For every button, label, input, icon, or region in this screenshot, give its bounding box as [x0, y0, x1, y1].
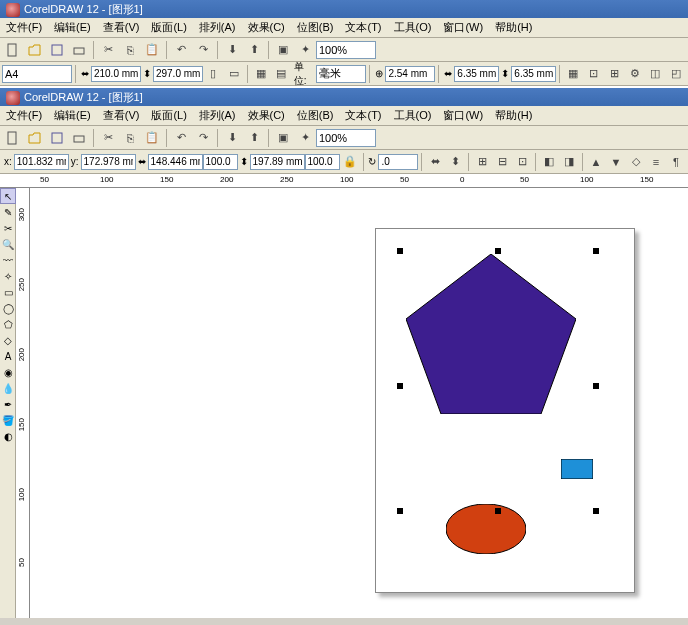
align-icon[interactable]: ≡: [647, 152, 665, 172]
menu-tools[interactable]: 工具(O): [388, 106, 438, 125]
freehand-tool-icon[interactable]: 〰: [0, 252, 16, 268]
dup-y-field[interactable]: [511, 66, 556, 82]
interactive-fill-tool-icon[interactable]: ◐: [0, 428, 16, 444]
text-tool-icon[interactable]: A: [0, 348, 16, 364]
shape-tool-icon[interactable]: ✎: [0, 204, 16, 220]
save-icon[interactable]: [47, 128, 67, 148]
menu-help[interactable]: 帮助(H): [489, 106, 538, 125]
wrap-icon[interactable]: ¶: [667, 152, 685, 172]
menu-window[interactable]: 窗口(W): [437, 106, 489, 125]
basic-shapes-tool-icon[interactable]: ◇: [0, 332, 16, 348]
redo-icon[interactable]: ↷: [193, 128, 213, 148]
menu-edit[interactable]: 编辑(E): [48, 18, 97, 37]
treat-icon[interactable]: ⊡: [585, 64, 603, 84]
cut-icon[interactable]: ✂: [98, 128, 118, 148]
redo-icon[interactable]: ↷: [193, 40, 213, 60]
menu-view[interactable]: 查看(V): [97, 106, 146, 125]
to-front-icon[interactable]: ▲: [587, 152, 605, 172]
paper-combo[interactable]: [2, 65, 72, 83]
dynamic-icon[interactable]: ⊞: [605, 64, 623, 84]
convert-icon[interactable]: ◇: [627, 152, 645, 172]
app-launch-icon[interactable]: ▣: [273, 128, 293, 148]
menu-effects[interactable]: 效果(C): [242, 18, 291, 37]
cut-icon[interactable]: ✂: [98, 40, 118, 60]
zoom-combo-1[interactable]: [316, 41, 376, 59]
ellipse-shape[interactable]: [446, 504, 526, 554]
new-icon[interactable]: [3, 40, 23, 60]
page-layout-icon[interactable]: ▦: [252, 64, 270, 84]
obj-w-field[interactable]: [148, 154, 203, 170]
menu-text[interactable]: 文本(T): [339, 106, 387, 125]
ungroup-icon[interactable]: ⊟: [493, 152, 511, 172]
obj-x-field[interactable]: [14, 154, 69, 170]
import-icon[interactable]: ⬇: [222, 128, 242, 148]
menu-arrange[interactable]: 排列(A): [193, 18, 242, 37]
smart-tool-icon[interactable]: ✧: [0, 268, 16, 284]
handle-ml[interactable]: [397, 383, 403, 389]
eyedropper-tool-icon[interactable]: 💧: [0, 380, 16, 396]
copy-icon[interactable]: ⎘: [120, 128, 140, 148]
obj-h-field[interactable]: [250, 154, 305, 170]
menu-text[interactable]: 文本(T): [339, 18, 387, 37]
page-width-field[interactable]: [91, 66, 141, 82]
handle-mr[interactable]: [593, 383, 599, 389]
options-icon[interactable]: ⚙: [626, 64, 644, 84]
nudge-field[interactable]: [385, 66, 435, 82]
undo-icon[interactable]: ↶: [171, 128, 191, 148]
page-height-field[interactable]: [153, 66, 203, 82]
scale-x-field[interactable]: [203, 154, 238, 170]
export-icon[interactable]: ⬆: [244, 128, 264, 148]
menu-bitmap[interactable]: 位图(B): [291, 106, 340, 125]
fill-tool-icon[interactable]: 🪣: [0, 412, 16, 428]
handle-tl[interactable]: [397, 248, 403, 254]
interactive-tool-icon[interactable]: ◉: [0, 364, 16, 380]
scale-y-field[interactable]: [305, 154, 340, 170]
menu-window[interactable]: 窗口(W): [437, 18, 489, 37]
menu-file[interactable]: 文件(F): [0, 106, 48, 125]
print-icon[interactable]: [69, 128, 89, 148]
open-icon[interactable]: [25, 128, 45, 148]
rotate-field[interactable]: [378, 154, 418, 170]
corel-online-icon[interactable]: ✦: [295, 40, 315, 60]
menu-edit[interactable]: 编辑(E): [48, 106, 97, 125]
handle-bc[interactable]: [495, 508, 501, 514]
menu-tools[interactable]: 工具(O): [388, 18, 438, 37]
app-launch-icon[interactable]: ▣: [273, 40, 293, 60]
obj-y-field[interactable]: [81, 154, 136, 170]
corel-online-icon[interactable]: ✦: [295, 128, 315, 148]
dup-x-field[interactable]: [454, 66, 499, 82]
mirror-h-icon[interactable]: ⬌: [426, 152, 444, 172]
print-icon[interactable]: [69, 40, 89, 60]
snap-icon[interactable]: ▦: [564, 64, 582, 84]
group-icon[interactable]: ⊞: [473, 152, 491, 172]
break-icon[interactable]: ◨: [560, 152, 578, 172]
menu-help[interactable]: 帮助(H): [489, 18, 538, 37]
rectangle-tool-icon[interactable]: ▭: [0, 284, 16, 300]
landscape-icon[interactable]: ▭: [224, 64, 242, 84]
canvas[interactable]: ×: [30, 188, 688, 618]
ellipse-tool-icon[interactable]: ◯: [0, 300, 16, 316]
outline-tool-icon[interactable]: ✒: [0, 396, 16, 412]
crop-tool-icon[interactable]: ✂: [0, 220, 16, 236]
mirror-v-icon[interactable]: ⬍: [446, 152, 464, 172]
undo-icon[interactable]: ↶: [171, 40, 191, 60]
rectangle-shape[interactable]: [561, 459, 593, 479]
extra1-icon[interactable]: ◫: [646, 64, 664, 84]
handle-bl[interactable]: [397, 508, 403, 514]
menu-layout[interactable]: 版面(L): [145, 106, 192, 125]
menu-layout[interactable]: 版面(L): [145, 18, 192, 37]
handle-br[interactable]: [593, 508, 599, 514]
menu-view[interactable]: 查看(V): [97, 18, 146, 37]
open-icon[interactable]: [25, 40, 45, 60]
pick-tool-icon[interactable]: ↖: [0, 188, 16, 204]
paste-icon[interactable]: 📋: [142, 128, 162, 148]
menu-arrange[interactable]: 排列(A): [193, 106, 242, 125]
export-icon[interactable]: ⬆: [244, 40, 264, 60]
lock-ratio-icon[interactable]: 🔒: [341, 152, 359, 172]
menu-effects[interactable]: 效果(C): [242, 106, 291, 125]
to-back-icon[interactable]: ▼: [607, 152, 625, 172]
extra2-icon[interactable]: ◰: [667, 64, 685, 84]
combine-icon[interactable]: ◧: [540, 152, 558, 172]
zoom-tool-icon[interactable]: 🔍: [0, 236, 16, 252]
handle-tr[interactable]: [593, 248, 599, 254]
